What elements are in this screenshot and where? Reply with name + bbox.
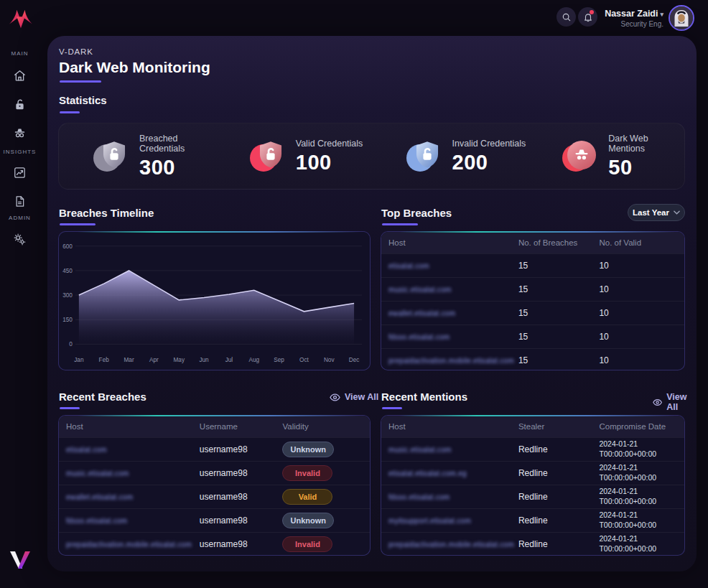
shield-lock-blue-icon — [408, 139, 442, 174]
table-row: prepaidactivation.mobile.etisalat.com us… — [59, 532, 370, 556]
recent-mentions-heading: Recent Mentions — [381, 391, 467, 403]
host-link[interactable]: prepaidactivation.mobile.etisalat.com — [388, 357, 518, 365]
breach-count: 15 — [518, 308, 600, 318]
stat-value: 300 — [139, 156, 215, 179]
host-link[interactable]: fdsso.etisalat.com — [388, 333, 518, 341]
eye-icon — [653, 398, 662, 406]
statistics-heading: Statistics — [59, 94, 107, 106]
timeframe-value: Last Year — [633, 208, 669, 217]
breach-count: 15 — [518, 332, 600, 342]
host-link[interactable]: fdsso.etisalat.com — [66, 517, 200, 525]
host-link[interactable]: prepaidactivation.mobile.etisalat.com — [66, 541, 200, 549]
host-link[interactable]: ewallet.etisalat.com — [66, 493, 200, 501]
compromise-date: 2024-01-21T00:00:00+00:00 — [599, 534, 677, 554]
validity-badge: Invalid — [282, 536, 332, 552]
col-valid: No. of Valid — [599, 238, 677, 247]
svg-text:Oct: Oct — [299, 357, 309, 363]
table-row: ewallet.etisalat.com 15 10 — [381, 301, 684, 325]
col-compromise-date: Compromise Date — [599, 422, 677, 431]
host-link[interactable]: ewallet.etisalat.com — [388, 309, 518, 317]
host-link[interactable]: music.etisalat.com — [388, 446, 518, 454]
sidebar-item-reports[interactable] — [13, 195, 27, 208]
validity-badge: Invalid — [282, 465, 332, 481]
recent-breaches-heading: Recent Breaches — [59, 391, 146, 403]
sidebar-item-home[interactable] — [13, 69, 27, 83]
timeframe-dropdown[interactable]: Last Year — [628, 204, 685, 221]
host-link[interactable]: prepaidactivation.mobile.etisalat.com — [388, 541, 518, 549]
unlock-icon — [13, 98, 27, 111]
view-all-mentions-link[interactable]: View All — [653, 392, 697, 412]
valid-count: 10 — [599, 284, 677, 294]
svg-text:Sep: Sep — [274, 357, 284, 363]
valid-count: 10 — [599, 308, 677, 318]
table-row: music.etisalat.com 15 10 — [381, 277, 684, 301]
table-header: Host Username Validity — [59, 416, 370, 437]
host-link[interactable]: music.etisalat.com — [388, 286, 518, 294]
compromise-date: 2024-01-21T00:00:00+00:00 — [599, 510, 677, 531]
statistics-card: Breached Credentials 300 Valid Credentia… — [58, 123, 685, 190]
host-link[interactable]: fdsso.etisalat.com — [388, 493, 518, 501]
stat-invalid-credentials: Invalid Credentials 200 — [372, 139, 528, 174]
validity-badge: Unknown — [282, 513, 334, 528]
table-row: prepaidactivation.mobile.etisalat.com 15… — [381, 348, 684, 372]
stat-label: Valid Credentials — [296, 139, 363, 149]
breach-count: 15 — [518, 284, 600, 294]
incognito-red-icon — [564, 139, 598, 174]
sidebar-section-insights: INSIGHTS — [0, 149, 39, 155]
username-cell: username98 — [200, 444, 283, 454]
user-name: Nassar Zaidi — [605, 9, 658, 19]
host-link[interactable]: etisalat.com — [66, 446, 200, 454]
sidebar-section-admin: ADMIN — [0, 215, 39, 221]
view-all-label: View All — [345, 392, 378, 402]
timeline-underline — [60, 223, 96, 225]
timeline-heading: Breaches Timeline — [59, 207, 154, 219]
v-logo — [9, 551, 31, 569]
valid-count: 10 — [599, 355, 677, 365]
title-underline — [60, 80, 101, 83]
svg-text:Jun: Jun — [199, 357, 209, 363]
eye-icon — [330, 393, 340, 401]
col-host: Host — [66, 422, 200, 431]
sidebar-item-credentials[interactable] — [13, 98, 27, 111]
svg-text:Feb: Feb — [99, 357, 110, 363]
table-row: fdsso.etisalat.com Redline 2024-01-21T00… — [381, 485, 684, 508]
user-role: Security Eng. — [602, 20, 663, 28]
document-icon — [13, 195, 27, 208]
recent-mentions-underline — [382, 407, 402, 409]
col-username: Username — [200, 422, 283, 431]
host-link[interactable]: etisalat.etisalat.com.eg — [388, 470, 518, 477]
svg-text:300: 300 — [62, 292, 73, 299]
stat-label: Dark Web Mentions — [608, 134, 684, 154]
recent-mentions-table: Host Stealer Compromise Date music.etisa… — [381, 415, 685, 556]
host-link[interactable]: etisalat.com — [388, 262, 518, 270]
sidebar-item-settings[interactable] — [13, 233, 27, 246]
sidebar-item-analytics[interactable] — [13, 166, 27, 179]
sidebar-item-darkweb[interactable] — [13, 126, 27, 140]
view-all-breaches-link[interactable]: View All — [330, 392, 378, 402]
falcon-logo[interactable] — [9, 8, 33, 31]
stat-label: Breached Credentials — [139, 134, 215, 154]
col-host: Host — [388, 238, 518, 247]
gears-icon — [13, 233, 27, 246]
timeline-chart-svg: 0150300450600JanFebMarAprMayJunJulAugSep… — [59, 232, 370, 370]
user-menu[interactable]: Nassar Zaidi▾ Security Eng. — [602, 9, 663, 28]
stat-breached-credentials: Breached Credentials 300 — [59, 134, 215, 179]
top-breaches-table: Host No. of Breaches No. of Valid etisal… — [381, 231, 685, 370]
svg-text:Mar: Mar — [124, 357, 134, 363]
avatar[interactable] — [669, 5, 694, 31]
search-button[interactable] — [556, 7, 576, 27]
valid-count: 10 — [599, 261, 677, 271]
notifications-button[interactable] — [578, 7, 597, 27]
svg-text:450: 450 — [62, 268, 73, 274]
validity-badge: Valid — [282, 489, 332, 505]
table-row: etisalat.com username98 Unknown — [59, 437, 370, 461]
table-row: ewallet.etisalat.com username98 Valid — [59, 485, 370, 508]
host-link[interactable]: music.etisalat.com — [66, 470, 200, 477]
host-link[interactable]: myitsupport.etisalat.com — [388, 517, 518, 525]
top-breaches-heading: Top Breaches — [381, 207, 452, 219]
svg-text:600: 600 — [62, 243, 73, 250]
page-title: Dark Web Monitoring — [59, 59, 210, 76]
stat-valid-credentials: Valid Credentials 100 — [215, 139, 372, 174]
recent-breaches-underline — [60, 407, 80, 409]
avatar-image — [670, 6, 693, 29]
